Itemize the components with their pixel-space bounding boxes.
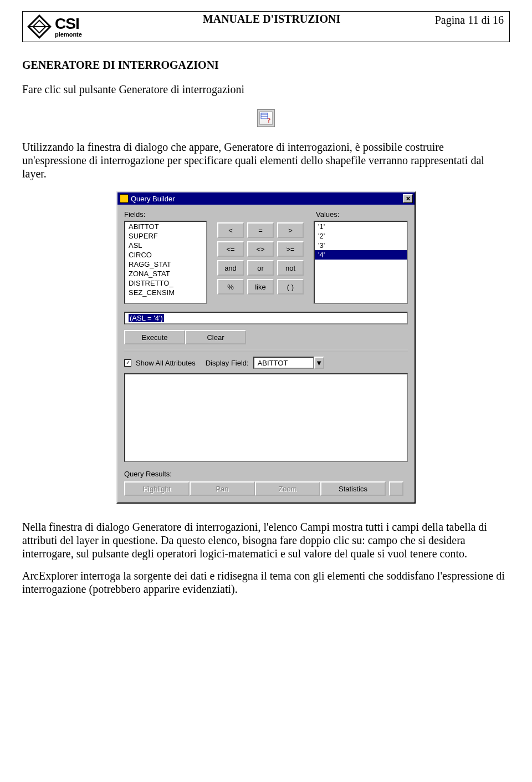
fields-label: Fields: [124,210,207,219]
list-item[interactable]: '3' [315,241,407,250]
clear-button[interactable]: Clear [185,330,246,344]
op-lt-button[interactable]: < [217,222,244,238]
values-label: Values: [316,210,408,219]
expression-text: (ASL = '4') [129,314,164,322]
op-not-button[interactable]: not [277,260,304,276]
display-field-value: ABITTOT [253,357,314,369]
pan-button[interactable]: Pan [190,481,255,496]
list-item[interactable]: RAGG_STAT [125,260,206,269]
values-list[interactable]: '1' '2' '3' '4' [314,221,408,304]
op-gt-button[interactable]: > [277,222,304,238]
zoom-button[interactable]: Zoom [255,481,320,496]
fields-list[interactable]: ABITTOT SUPERF ASL CIRCO RAGG_STAT ZONA_… [124,221,207,304]
list-item[interactable]: CIRCO [125,250,206,260]
svg-text:?: ? [267,116,271,124]
chevron-down-icon: ▼ [315,359,323,367]
list-item[interactable]: ABITTOT [125,222,206,231]
show-all-label: Show All Attributes [136,359,196,367]
display-field-combo[interactable]: ABITTOT ▼ [253,357,324,369]
window-title: Query Builder [131,195,175,203]
list-item[interactable]: '2' [315,231,407,241]
list-item[interactable]: ASL [125,241,206,250]
statistics-button[interactable]: Statistics [320,481,386,496]
list-item[interactable]: SEZ_CENSIM [125,288,206,297]
op-eq-button[interactable]: = [247,222,274,238]
section-heading: GENERATORE DI INTERROGAZIONI [22,59,510,72]
intro-line: Fare clic sul pulsante Generatore di int… [22,83,510,96]
operator-grid: < = > <= <> >= and or not % like ( ) [217,222,304,294]
csi-logo-icon [27,14,52,39]
op-like-button[interactable]: like [247,279,274,294]
op-ne-button[interactable]: <> [247,241,274,257]
logo-text-top: CSI [55,16,82,32]
query-builder-window: Query Builder ✕ Fields: ABITTOT SUPERF A… [116,191,416,504]
list-item[interactable]: '4' [315,250,407,260]
check-icon: ✓ [126,360,130,365]
window-icon [120,194,129,203]
generator-toolbar-button[interactable]: ? [257,109,275,127]
expression-input[interactable]: (ASL = '4') [124,312,408,324]
op-ge-button[interactable]: >= [277,241,304,257]
paragraph-2: Nella finestra di dialogo Generatore di … [22,520,510,560]
logo: CSI piemonte [23,12,150,42]
close-icon: ✕ [406,195,411,202]
highlight-button[interactable]: Highlight [124,481,190,496]
query-builder-icon: ? [260,113,272,124]
list-item[interactable]: '1' [315,222,407,231]
logo-text-bottom: piemonte [55,32,82,38]
small-square-button[interactable] [389,481,403,496]
paragraph-1: Utilizzando la finestra di dialogo che a… [22,140,510,180]
list-item[interactable]: SUPERF [125,231,206,241]
results-label: Query Results: [124,470,408,478]
combo-dropdown-button[interactable]: ▼ [314,357,324,369]
display-field-label: Display Field: [206,359,249,367]
list-item[interactable]: ZONA_STAT [125,269,206,278]
paragraph-3: ArcExplorer interroga la sorgente dei da… [22,569,510,596]
doc-title: MANUALE D'ISTRUZIONI [150,12,393,42]
results-area[interactable] [124,373,408,462]
page-header: CSI piemonte MANUALE D'ISTRUZIONI Pagina… [22,11,510,42]
op-pct-button[interactable]: % [217,279,244,294]
list-item[interactable]: DISTRETTO_ [125,278,206,288]
op-or-button[interactable]: or [247,260,274,276]
titlebar[interactable]: Query Builder ✕ [117,192,415,205]
op-paren-button[interactable]: ( ) [277,279,304,294]
show-all-checkbox[interactable]: ✓ [124,359,131,367]
execute-button[interactable]: Execute [124,330,185,344]
op-and-button[interactable]: and [217,260,244,276]
close-button[interactable]: ✕ [403,194,413,203]
page-number: Pagina 11 di 16 [393,12,509,42]
divider [124,350,408,351]
op-le-button[interactable]: <= [217,241,244,257]
